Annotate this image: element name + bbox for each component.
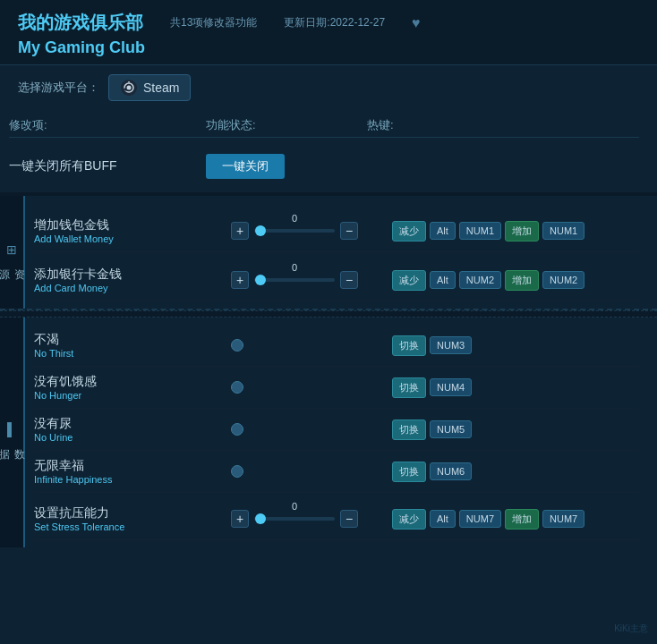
table-row: 增加钱包金钱 Add Wallet Money + 0 − <box>34 203 639 252</box>
hotkey-toggle-button[interactable]: 切换 <box>392 419 426 440</box>
steam-platform-button[interactable]: Steam <box>108 74 191 101</box>
slider-minus-button[interactable]: − <box>340 510 358 528</box>
mod-name-zh: 没有饥饿感 <box>34 374 231 390</box>
hotkey-increase-button[interactable]: 增加 <box>505 221 539 242</box>
hotkey-num1-increase-badge: NUM1 <box>542 222 584 240</box>
header: 我的游戏俱乐部 共13项修改器功能 更新日期:2022-12-27 ♥ My G… <box>0 0 657 65</box>
hotkey-toggle-button[interactable]: 切换 <box>392 335 426 356</box>
mod-name-zh: 添加银行卡金钱 <box>34 267 231 283</box>
slider-track[interactable]: 0 <box>254 278 335 282</box>
hotkey-num4-badge: NUM4 <box>430 378 472 396</box>
table-row: 添加银行卡金钱 Add Card Money + 0 − <box>34 252 639 301</box>
hotkey-alt-badge: Alt <box>430 271 456 289</box>
mod-name-zh: 设置抗压能力 <box>34 505 231 521</box>
hotkey-num2-decrease-badge: NUM2 <box>459 271 501 289</box>
hotkey-toggle-button[interactable]: 切换 <box>392 462 426 482</box>
data-content: 不渴 No Thirst 切换 NUM3 没有饥饿感 No Hun <box>25 318 657 547</box>
hotkey-decrease-button[interactable]: 减少 <box>392 221 426 242</box>
svg-point-2 <box>127 86 132 90</box>
platform-selector-row: 选择游戏平台： Steam <box>0 65 657 110</box>
hotkey-increase-button[interactable]: 增加 <box>505 270 539 291</box>
hotkey-num6-badge: NUM6 <box>430 462 472 480</box>
close-all-button[interactable]: 一键关闭 <box>206 154 285 179</box>
table-row: 设置抗压能力 Set Stress Tolerance + 0 − <box>34 493 639 540</box>
data-sidebar: ▌ 数据 <box>0 318 25 547</box>
col-header-status: 功能状态: <box>206 117 367 133</box>
steam-platform-label: Steam <box>143 80 179 95</box>
resources-sidebar: ⊞ 资源 <box>0 196 25 309</box>
toggle-button[interactable] <box>231 381 243 394</box>
slider-thumb[interactable] <box>255 225 266 236</box>
hotkey-toggle-button[interactable]: 切换 <box>392 377 426 398</box>
slider-value: 0 <box>292 213 297 224</box>
mod-name-en: Set Stress Tolerance <box>34 521 231 532</box>
hotkey-num3-badge: NUM3 <box>430 336 472 354</box>
hotkey-decrease-button[interactable]: 减少 <box>392 509 426 530</box>
mod-name-en: Add Wallet Money <box>34 233 231 244</box>
slider-minus-button[interactable]: − <box>340 222 358 240</box>
table-row: 没有尿 No Urine 切换 NUM5 <box>34 409 639 451</box>
hotkey-alt-badge: Alt <box>430 510 456 528</box>
data-icon: ▌ <box>7 422 16 436</box>
table-row: 无限幸福 Infinite Happiness 切换 NUM6 <box>34 451 639 493</box>
slider-track[interactable]: 0 <box>254 229 335 233</box>
hotkey-increase-button[interactable]: 增加 <box>505 509 539 530</box>
favorite-icon[interactable]: ♥ <box>412 15 421 31</box>
data-section: ▌ 数据 不渴 No Thirst 切换 NUM3 <box>0 318 657 547</box>
mod-name-zh: 不渴 <box>34 332 231 348</box>
slider-container: + 0 − <box>231 222 358 240</box>
slider-track[interactable]: 0 <box>254 517 335 521</box>
col-header-mod: 修改项: <box>9 117 206 133</box>
col-header-hotkey: 热键: <box>367 117 639 133</box>
platform-label: 选择游戏平台： <box>18 80 99 96</box>
close-all-buff-row: 一键关闭所有BUFF 一键关闭 <box>9 145 639 192</box>
header-meta-date: 更新日期:2022-12-27 <box>284 15 385 30</box>
close-all-label: 一键关闭所有BUFF <box>9 158 206 174</box>
slider-minus-button[interactable]: − <box>340 271 358 289</box>
toggle-button[interactable] <box>231 465 243 478</box>
slider-plus-button[interactable]: + <box>231 271 249 289</box>
slider-plus-button[interactable]: + <box>231 222 249 240</box>
slider-value: 0 <box>292 501 297 512</box>
toggle-button[interactable] <box>231 423 243 436</box>
watermark: KiKi主意 <box>614 623 648 635</box>
resources-icon: ⊞ <box>6 242 17 257</box>
hotkey-alt-badge: Alt <box>430 222 456 240</box>
mod-name-zh: 没有尿 <box>34 416 231 432</box>
mod-name-zh: 无限幸福 <box>34 458 231 474</box>
resources-section: ⊞ 资源 增加钱包金钱 Add Wallet Money + 0 <box>0 196 657 310</box>
mod-name-en: Infinite Happiness <box>34 474 231 485</box>
app-title-en: My Gaming Club <box>18 38 639 57</box>
mod-name-en: No Thirst <box>34 348 231 359</box>
data-label: 数据 <box>0 440 27 443</box>
mod-name-en: No Hunger <box>34 390 231 401</box>
mod-name-en: No Urine <box>34 432 231 443</box>
hotkey-num7-increase-badge: NUM7 <box>542 510 584 528</box>
slider-container: + 0 − <box>231 271 358 289</box>
slider-value: 0 <box>292 262 297 273</box>
hotkey-decrease-button[interactable]: 减少 <box>392 270 426 291</box>
slider-thumb[interactable] <box>255 513 266 524</box>
resources-content: 增加钱包金钱 Add Wallet Money + 0 − <box>25 196 657 309</box>
table-row: 没有饥饿感 No Hunger 切换 NUM4 <box>34 367 639 409</box>
steam-logo-icon <box>120 79 138 97</box>
hotkey-num1-decrease-badge: NUM1 <box>459 222 501 240</box>
slider-container: + 0 − <box>231 510 358 528</box>
column-headers: 修改项: 功能状态: 热键: <box>9 112 639 138</box>
hotkey-num7-decrease-badge: NUM7 <box>459 510 501 528</box>
mod-name-en: Add Card Money <box>34 283 231 293</box>
toggle-button[interactable] <box>231 339 243 352</box>
resources-label: 资源 <box>0 260 27 263</box>
main-content: 修改项: 功能状态: 热键: 一键关闭所有BUFF 一键关闭 ⊞ 资源 <box>0 110 657 644</box>
hotkey-num2-increase-badge: NUM2 <box>542 271 584 289</box>
mod-name-zh: 增加钱包金钱 <box>34 217 231 233</box>
slider-thumb[interactable] <box>255 275 266 285</box>
header-meta-count: 共13项修改器功能 <box>170 15 257 30</box>
table-row: 不渴 No Thirst 切换 NUM3 <box>34 325 639 367</box>
hotkey-num5-badge: NUM5 <box>430 420 472 438</box>
app-title-zh: 我的游戏俱乐部 <box>18 11 143 35</box>
slider-plus-button[interactable]: + <box>231 510 249 528</box>
